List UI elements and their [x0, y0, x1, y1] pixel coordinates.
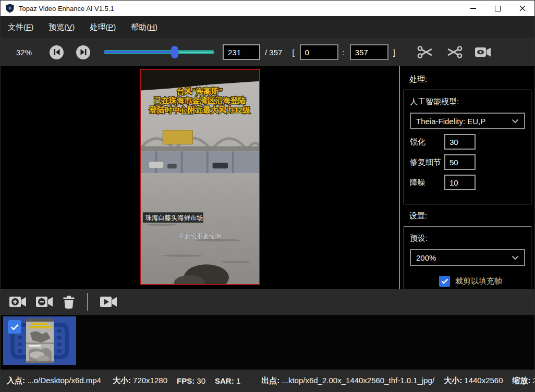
range-end-input[interactable]	[350, 44, 388, 60]
sharpen-label: 锐化	[410, 137, 444, 147]
chevron-down-icon	[512, 119, 519, 124]
settings-section-title: 设置:	[409, 211, 534, 221]
main-area: 珠海白藤头海鲜市场 不要慌不要慌啊 台风“海高斯” 已在珠海市金湾区沿海登陆 登…	[1, 66, 534, 289]
trash-icon	[62, 295, 76, 309]
clip-thumbnail-image	[26, 318, 54, 363]
app-window: Topaz Video Enhance AI V1.5.1 文件(F) 预览(V…	[0, 0, 535, 392]
status-sar: SAR: 1	[215, 376, 240, 385]
cut-out-icon	[446, 44, 463, 60]
process-video-button[interactable]	[100, 295, 117, 309]
ai-model-dropdown[interactable]: Theia-Fidelity: EU,P	[410, 113, 525, 129]
trim-in-button[interactable]	[417, 44, 434, 60]
timeline-slider-handle[interactable]	[171, 46, 178, 58]
status-out-point: 出点: ...ktop/x6d_2.00x_1440x2560_thf-1.0.…	[261, 376, 434, 386]
video-preview-frame: 珠海白藤头海鲜市场 不要慌不要慌啊 台风“海高斯” 已在珠海市金湾区沿海登陆 登…	[140, 69, 260, 285]
menu-file[interactable]: 文件(F)	[8, 22, 33, 32]
restore-details-label: 修复细节	[410, 157, 444, 167]
title-bar: Topaz Video Enhance AI V1.5.1	[1, 1, 534, 16]
trim-out-button[interactable]	[446, 44, 463, 60]
close-icon	[519, 5, 526, 11]
status-zoom: 缩放: 200%	[513, 376, 535, 386]
playback-toolbar: 32% / 357 [ : ]	[1, 38, 534, 66]
denoise-input[interactable]	[444, 175, 476, 190]
menu-process[interactable]: 处理(P)	[90, 22, 116, 32]
maximize-button[interactable]	[485, 1, 510, 16]
close-button[interactable]	[510, 1, 534, 16]
remove-video-icon	[35, 295, 53, 309]
clip-thumbnail[interactable]	[3, 316, 76, 365]
checkbox-check-icon	[10, 324, 19, 330]
preview-canvas: 珠海白藤头海鲜市场 不要慌不要慌啊 台风“海高斯” 已在珠海市金湾区沿海登陆 登…	[1, 66, 399, 289]
video-subtitle: 不要慌不要慌啊	[178, 232, 222, 240]
status-in-size: 大小: 720x1280	[113, 376, 167, 386]
settings-panel: 处理: 人工智能模型: Theia-Fidelity: EU,P 锐化 修复细节…	[400, 66, 534, 289]
window-controls	[461, 1, 534, 16]
menu-bar: 文件(F) 预览(V) 处理(P) 帮助(H)	[1, 16, 534, 38]
timeline-slider[interactable]	[104, 45, 214, 59]
sharpen-row: 锐化	[410, 134, 525, 150]
total-frames-label: / 357	[265, 48, 282, 57]
skip-start-button[interactable]	[50, 45, 64, 59]
minimize-button[interactable]	[461, 1, 485, 16]
video-location-label: 珠海白藤头海鲜市场	[145, 214, 203, 222]
crop-to-fill-checkbox[interactable]	[439, 276, 450, 287]
preset-value: 200%	[416, 253, 512, 262]
minimize-icon	[470, 8, 476, 9]
denoise-label: 降噪	[410, 178, 444, 188]
preset-label: 预设:	[410, 234, 525, 243]
cut-in-icon	[417, 44, 434, 60]
maximize-icon	[495, 6, 501, 11]
timeline-progress	[104, 51, 175, 53]
video-overlay-line3: 登陆时中心附近最大风力12级	[149, 105, 250, 114]
chevron-down-icon	[512, 255, 519, 260]
status-bar: 入点: ...o/Desktop/x6d.mp4 大小: 720x1280 FP…	[1, 370, 534, 391]
ai-model-value: Theia-Fidelity: EU,P	[416, 117, 512, 126]
range-separator: :	[343, 48, 345, 57]
status-out-size: 大小: 1440x2560	[444, 376, 503, 386]
app-logo-icon	[5, 4, 15, 13]
add-video-icon	[9, 295, 27, 309]
processing-section-title: 处理:	[409, 75, 534, 84]
status-in-point: 入点: ...o/Desktop/x6d.mp4	[7, 376, 101, 386]
restore-details-row: 修复细节	[410, 154, 525, 170]
preset-dropdown[interactable]: 200%	[410, 249, 525, 266]
video-overlay-line2: 已在珠海市金湾区沿海登陆	[154, 96, 246, 105]
preset-group: 预设: 200% 裁剪以填充帧	[404, 226, 531, 289]
checkbox-check-icon	[441, 278, 448, 284]
range-open-bracket: [	[292, 48, 294, 57]
delete-button[interactable]	[62, 295, 76, 309]
menu-preview[interactable]: 预览(V)	[48, 22, 75, 32]
denoise-row: 降噪	[410, 175, 525, 190]
toolbar-divider	[87, 293, 88, 311]
range-start-input[interactable]	[300, 44, 338, 60]
clip-select-checkbox[interactable]	[8, 320, 21, 334]
menu-help[interactable]: 帮助(H)	[131, 22, 157, 32]
crop-to-fill-label: 裁剪以填充帧	[455, 276, 502, 286]
clip-toolbar	[1, 289, 534, 315]
crop-to-fill-row: 裁剪以填充帧	[439, 276, 525, 287]
ai-model-group: 人工智能模型: Theia-Fidelity: EU,P 锐化 修复细节 降噪	[404, 90, 531, 204]
skip-end-button[interactable]	[76, 45, 90, 59]
preview-camera-icon	[475, 45, 491, 59]
restore-details-input[interactable]	[444, 154, 476, 170]
ai-model-label: 人工智能模型:	[410, 97, 525, 107]
remove-video-button[interactable]	[35, 295, 53, 309]
status-fps: FPS: 30	[177, 376, 205, 385]
zoom-level-label: 32%	[16, 48, 37, 57]
add-video-button[interactable]	[9, 295, 27, 309]
process-video-icon	[100, 295, 117, 309]
sharpen-input[interactable]	[444, 134, 476, 150]
window-title: Topaz Video Enhance AI V1.5.1	[19, 5, 114, 13]
video-scene: 珠海白藤头海鲜市场 不要慌不要慌啊 台风“海高斯” 已在珠海市金湾区沿海登陆 登…	[141, 70, 259, 284]
skip-start-icon	[53, 48, 60, 56]
range-close-bracket: ]	[393, 48, 395, 57]
preview-button[interactable]	[475, 45, 491, 59]
clip-list	[1, 315, 534, 370]
skip-end-icon	[80, 48, 87, 56]
current-frame-input[interactable]	[223, 44, 260, 60]
video-overlay-line1: 台风“海高斯”	[177, 87, 223, 95]
